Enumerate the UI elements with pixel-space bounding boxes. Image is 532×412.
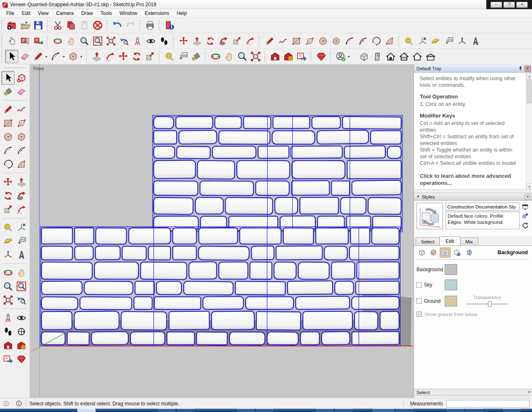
orbit-button[interactable] xyxy=(209,50,222,63)
minimize-button[interactable]: ─ xyxy=(490,2,502,8)
tab-edit[interactable]: Edit xyxy=(439,236,461,245)
ground-swatch[interactable] xyxy=(445,296,457,307)
taskbar-item[interactable] xyxy=(503,409,520,412)
rotated-rectangle-button[interactable] xyxy=(303,34,316,48)
face-settings-button[interactable] xyxy=(428,248,439,258)
rotated-rectangle-button[interactable] xyxy=(15,116,28,130)
scroll-down-icon[interactable]: ▼ xyxy=(526,183,532,189)
modeling-settings-button[interactable] xyxy=(463,248,474,258)
select-button[interactable] xyxy=(1,71,15,85)
taskbar-item[interactable] xyxy=(447,409,464,412)
new-button[interactable] xyxy=(5,19,18,32)
style-thumbnail[interactable] xyxy=(416,203,443,229)
print-button[interactable] xyxy=(143,19,157,32)
taskbar-item[interactable] xyxy=(372,409,394,412)
freehand-button[interactable] xyxy=(15,103,28,116)
rotate-button[interactable] xyxy=(1,189,15,203)
taskbar-item[interactable] xyxy=(335,409,352,412)
arc-button[interactable] xyxy=(343,34,356,48)
line-button[interactable] xyxy=(32,50,45,63)
pan-button[interactable] xyxy=(64,34,78,48)
paint-bucket-button[interactable] xyxy=(1,85,15,98)
pan-button[interactable] xyxy=(15,266,28,280)
polygon-button[interactable] xyxy=(330,34,343,48)
instructor-scrollbar[interactable]: ▲ ▼ xyxy=(526,73,532,189)
scale-button[interactable] xyxy=(230,34,244,48)
sky-swatch[interactable] xyxy=(445,280,457,290)
polygon-button[interactable] xyxy=(66,50,80,63)
3d-warehouse-button[interactable] xyxy=(268,50,282,63)
extension-warehouse-button[interactable]: ? xyxy=(282,50,295,63)
slider-thumb[interactable] xyxy=(488,301,492,307)
create-style-icon[interactable] xyxy=(522,213,529,220)
transparency-slider[interactable] xyxy=(466,301,508,307)
taskbar-item[interactable] xyxy=(177,409,195,412)
rotate-button[interactable] xyxy=(204,34,217,48)
style-name-input[interactable] xyxy=(446,203,520,211)
dropdown-caret-icon[interactable]: ▼ xyxy=(62,55,66,58)
sign-in-button[interactable] xyxy=(334,50,347,63)
zoom-extents-button[interactable] xyxy=(249,50,262,63)
close-button[interactable]: ✕ xyxy=(516,2,528,8)
tape-measure-button[interactable] xyxy=(1,221,15,234)
axes-button[interactable] xyxy=(1,248,15,262)
toolbar-grip[interactable] xyxy=(1,20,3,31)
zoom-button[interactable] xyxy=(236,50,249,63)
geolocation-icon[interactable] xyxy=(2,400,10,407)
measurements-input[interactable] xyxy=(446,400,530,407)
push-pull-button[interactable] xyxy=(90,50,103,63)
taskbar-item[interactable] xyxy=(158,409,175,412)
zoom-previous-button[interactable] xyxy=(15,293,28,307)
pan-button[interactable] xyxy=(222,50,236,63)
walk-button[interactable] xyxy=(158,34,171,48)
look-around-button[interactable] xyxy=(15,311,28,325)
component-attributes-button[interactable] xyxy=(32,34,45,48)
tray-scroll-down-icon[interactable]: ▼ xyxy=(527,390,532,394)
menu-view[interactable]: View xyxy=(34,10,52,17)
tray-bottom-bar[interactable]: Select ▼ xyxy=(414,389,532,396)
freehand-button[interactable] xyxy=(276,34,290,48)
menu-camera[interactable]: Camera xyxy=(52,10,78,17)
scale-button[interactable] xyxy=(1,203,15,216)
arc-button[interactable] xyxy=(49,50,62,63)
offset-button[interactable] xyxy=(15,203,28,216)
offset-button[interactable] xyxy=(103,50,117,63)
pie-button[interactable] xyxy=(15,144,28,157)
menu-help[interactable]: Help xyxy=(173,10,191,17)
scroll-up-icon[interactable]: ▲ xyxy=(526,73,532,79)
zoom-window-button[interactable] xyxy=(91,34,104,48)
arc-button[interactable] xyxy=(1,144,15,157)
orbit-button[interactable] xyxy=(51,34,64,48)
line-button[interactable] xyxy=(1,103,15,116)
background-settings-button[interactable] xyxy=(440,248,451,258)
taskbar-item[interactable] xyxy=(466,409,483,412)
ground-checkbox[interactable] xyxy=(416,298,422,304)
right-button[interactable] xyxy=(397,50,411,63)
paint-bucket-button[interactable] xyxy=(190,50,203,63)
protractor-button[interactable] xyxy=(1,234,15,248)
instructor-learn-more-link[interactable]: Click to learn about more advanced opera… xyxy=(420,172,518,186)
zoom-window-button[interactable] xyxy=(15,280,28,293)
push-pull-button[interactable] xyxy=(15,175,28,189)
sky-checkbox[interactable] xyxy=(416,282,422,288)
offset-button[interactable] xyxy=(244,34,257,48)
secondary-pane-icon[interactable] xyxy=(522,204,529,211)
make-component-button[interactable] xyxy=(15,71,28,85)
look-around-button[interactable] xyxy=(144,34,158,48)
eraser-button[interactable] xyxy=(18,50,32,63)
share-model-button[interactable] xyxy=(1,352,15,366)
3d-warehouse-button[interactable] xyxy=(1,338,15,352)
dimension-button[interactable] xyxy=(15,221,28,234)
rectangle-button[interactable] xyxy=(290,34,303,48)
collapse-triangle-icon[interactable]: ▼ xyxy=(416,195,420,199)
zoom-extents-button[interactable] xyxy=(104,34,118,48)
redo-button[interactable] xyxy=(124,19,137,32)
position-camera-button[interactable] xyxy=(131,34,144,48)
pie-filled-button[interactable] xyxy=(15,157,28,171)
menu-file[interactable]: File xyxy=(2,10,18,17)
text-button[interactable]: A1 xyxy=(176,50,190,63)
styles-panel-header[interactable]: ▼ Styles ✕ xyxy=(414,193,532,201)
zoom-extents-button[interactable] xyxy=(1,293,15,307)
3d-text-button[interactable] xyxy=(469,34,482,48)
paste-button[interactable] xyxy=(78,19,91,32)
